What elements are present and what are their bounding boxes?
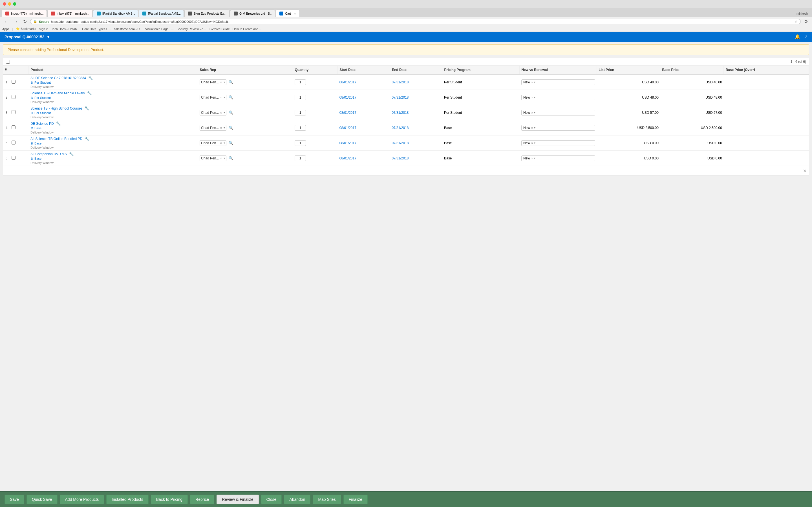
sales-rep-clear-4[interactable]: ×	[220, 126, 221, 129]
nvr-dropdown-icon-1[interactable]: ▾	[534, 80, 536, 83]
start-date-6[interactable]: 08/01/2017	[338, 151, 390, 166]
row-5-checkbox[interactable]	[11, 140, 15, 145]
nvr-select-2[interactable]: New × ▾	[521, 95, 595, 100]
sales-rep-dropdown-icon-5[interactable]: ▾	[223, 142, 225, 145]
sales-rep-clear-3[interactable]: ×	[220, 111, 221, 114]
start-date-2[interactable]: 08/01/2017	[338, 90, 390, 105]
tab-cart[interactable]: Cart ✕	[276, 10, 300, 17]
tab-sf4[interactable]: G M Breweries Ltd - S... ✕	[230, 10, 275, 17]
end-date-2[interactable]: 07/31/2018	[390, 90, 442, 105]
plus-icon-6[interactable]: ⊕	[31, 157, 33, 161]
sales-rep-search-icon-2[interactable]: 🔍	[229, 95, 233, 100]
nvr-select-3[interactable]: New × ▾	[521, 110, 595, 115]
row-4-checkbox[interactable]	[11, 125, 15, 129]
sales-rep-select-1[interactable]: Chad Pen... × ▾	[200, 79, 226, 85]
nvr-select-5[interactable]: New × ▾	[521, 140, 595, 146]
qty-input-4[interactable]	[295, 125, 306, 131]
end-date-3[interactable]: 07/31/2018	[390, 105, 442, 120]
tab-sf3-close[interactable]: ✕	[229, 12, 230, 15]
url-text[interactable]: https://de--statdemo--apttus-config2.cs1…	[51, 20, 793, 23]
product-name-3[interactable]: Science TB - High School Courses	[31, 107, 83, 110]
wrench-icon-4[interactable]: 🔧	[56, 121, 61, 126]
sales-rep-dropdown-icon-1[interactable]: ▾	[223, 80, 225, 83]
nvr-select-4[interactable]: New × ▾	[521, 125, 595, 131]
sales-rep-dropdown-icon-4[interactable]: ▾	[223, 126, 225, 129]
sales-rep-search-icon-6[interactable]: 🔍	[229, 156, 233, 160]
forward-button[interactable]: →	[12, 18, 20, 25]
nvr-clear-3[interactable]: ×	[531, 111, 533, 114]
nvr-dropdown-icon-5[interactable]: ▾	[534, 142, 536, 145]
plus-icon-1[interactable]: ⊕	[31, 80, 33, 84]
refresh-button[interactable]: ↻	[21, 18, 29, 25]
tab-sf1-close[interactable]: ✕	[138, 12, 138, 15]
window-minimize-button[interactable]	[8, 2, 11, 6]
bookmark-isvforce[interactable]: ISVforce Guide	[209, 27, 230, 31]
bookmark-techdocs[interactable]: Tech Docs - Datab...	[51, 27, 80, 31]
nvr-dropdown-icon-3[interactable]: ▾	[534, 111, 536, 114]
row-3-checkbox[interactable]	[11, 110, 15, 114]
end-date-5[interactable]: 07/31/2018	[390, 135, 442, 151]
tab-gmail2-close[interactable]: ✕	[92, 12, 93, 15]
window-close-button[interactable]	[3, 2, 6, 6]
window-maximize-button[interactable]	[13, 2, 16, 6]
sales-rep-clear-5[interactable]: ×	[220, 142, 221, 145]
nvr-clear-4[interactable]: ×	[531, 126, 533, 129]
wrench-icon-6[interactable]: 🔧	[69, 152, 73, 156]
plus-icon-4[interactable]: ⊕	[31, 126, 33, 130]
qty-input-1[interactable]	[295, 79, 306, 85]
proposal-dropdown-icon[interactable]: ▾	[47, 35, 49, 39]
qty-input-3[interactable]	[295, 110, 306, 115]
start-date-1[interactable]: 08/01/2017	[338, 74, 390, 90]
wrench-icon-2[interactable]: 🔧	[87, 91, 92, 95]
nvr-clear-2[interactable]: ×	[531, 96, 533, 99]
sales-rep-search-icon-5[interactable]: 🔍	[229, 141, 233, 145]
tab-sf3[interactable]: Skm Egg Products Ex... ✕	[185, 10, 230, 17]
tab-cart-close[interactable]: ✕	[294, 12, 296, 15]
product-name-6[interactable]: AL Companion DVD MS	[31, 152, 67, 156]
row-2-checkbox[interactable]	[11, 95, 15, 99]
nvr-clear-1[interactable]: ×	[531, 80, 533, 84]
sales-rep-clear-1[interactable]: ×	[220, 80, 221, 84]
nvr-dropdown-icon-6[interactable]: ▾	[534, 157, 536, 160]
sales-rep-dropdown-icon-2[interactable]: ▾	[223, 96, 225, 99]
product-name-5[interactable]: AL Science TB Online Bundled PD	[31, 137, 82, 141]
product-name-1[interactable]: AL DE Science Gr 7 9781618289834	[31, 76, 86, 80]
sales-rep-clear-2[interactable]: ×	[220, 96, 221, 99]
nvr-clear-5[interactable]: ×	[531, 142, 533, 145]
product-name-4[interactable]: DE Science PD	[31, 122, 54, 126]
tab-gmail2[interactable]: Inbox (875) - minkesh... ✕	[47, 10, 93, 17]
select-all-checkbox[interactable]	[6, 60, 10, 64]
back-button[interactable]: ←	[2, 18, 10, 25]
plus-icon-5[interactable]: ⊕	[31, 142, 33, 145]
bookmark-signin[interactable]: Sign in	[39, 27, 49, 31]
start-date-4[interactable]: 08/01/2017	[338, 120, 390, 135]
nvr-clear-6[interactable]: ×	[531, 157, 533, 160]
tab-gmail1[interactable]: Inbox (473) - minkesh... ✕	[2, 10, 47, 17]
scroll-right-icon[interactable]: »	[803, 167, 807, 174]
end-date-4[interactable]: 07/31/2018	[390, 120, 442, 135]
nvr-select-6[interactable]: New × ▾	[521, 156, 595, 161]
nvr-dropdown-icon-2[interactable]: ▾	[534, 96, 536, 99]
sub-label-3[interactable]: Per Student	[35, 111, 51, 115]
bookmark-securityreview[interactable]: Security Review - d...	[176, 27, 206, 31]
tab-sf2[interactable]: [Partial Sandbox AMS... ✕	[139, 10, 184, 17]
bookmark-bookmarks[interactable]: ⭐ Bookmarks	[16, 27, 36, 31]
sales-rep-select-5[interactable]: Chad Pen... × ▾	[200, 140, 226, 146]
end-date-1[interactable]: 07/31/2018	[390, 74, 442, 90]
bookmark-star-icon[interactable]: ☆	[795, 20, 798, 23]
bookmark-salesforce[interactable]: salesforce.com - U...	[114, 27, 142, 31]
wrench-icon-1[interactable]: 🔧	[88, 76, 93, 80]
bookmark-apps[interactable]: Apps	[2, 27, 9, 31]
qty-input-5[interactable]	[295, 140, 306, 146]
sub-label-1[interactable]: Per Student	[35, 81, 51, 84]
sales-rep-select-3[interactable]: Chad Pen... × ▾	[200, 110, 226, 115]
sales-rep-clear-6[interactable]: ×	[220, 157, 221, 160]
sales-rep-select-4[interactable]: Chad Pen... × ▾	[200, 125, 226, 131]
tab-sf2-close[interactable]: ✕	[184, 12, 184, 15]
row-1-checkbox[interactable]	[11, 80, 15, 83]
qty-input-6[interactable]	[295, 156, 306, 161]
notification-icon[interactable]: 🔔	[795, 34, 801, 40]
sub-label-4[interactable]: Base	[35, 126, 42, 130]
start-date-5[interactable]: 08/01/2017	[338, 135, 390, 151]
start-date-3[interactable]: 08/01/2017	[338, 105, 390, 120]
